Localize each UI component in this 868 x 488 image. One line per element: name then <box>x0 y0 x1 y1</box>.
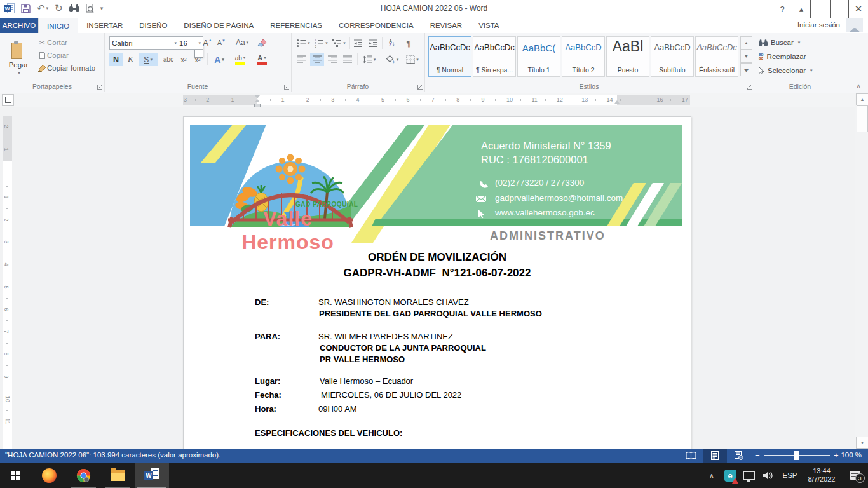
style-normal[interactable]: AaBbCcDc ¶ Normal <box>428 36 471 77</box>
align-center-button[interactable] <box>310 53 324 66</box>
clipboard-dialog-launcher[interactable] <box>97 85 102 90</box>
find-button[interactable] <box>69 2 79 15</box>
align-left-button[interactable] <box>295 53 309 66</box>
style-titulo-1[interactable]: AaBbC( Título 1 <box>517 36 560 77</box>
scroll-down-button[interactable]: ▼ <box>856 437 868 449</box>
tray-expand-button[interactable]: ∧ <box>703 463 721 488</box>
web-layout-button[interactable] <box>727 449 751 463</box>
tab-diseno[interactable]: DISEÑO <box>131 18 175 33</box>
replace-button[interactable]: abac Reemplazar <box>759 51 806 62</box>
taskbar-word[interactable]: W <box>135 463 169 488</box>
numbering-button[interactable]: 123 ▾ <box>313 37 330 50</box>
line-spacing-button[interactable]: ▾ <box>360 53 379 66</box>
scroll-up-button[interactable]: ▲ <box>856 93 868 105</box>
scrollbar-thumb[interactable] <box>857 105 868 132</box>
font-name-combo[interactable]: Calibri▾ <box>109 36 179 50</box>
read-mode-button[interactable] <box>679 449 703 463</box>
tab-diseno-pagina[interactable]: DISEÑO DE PÁGINA <box>175 18 262 33</box>
tab-vista[interactable]: VISTA <box>470 18 507 33</box>
undo-button[interactable]: ↶▾ <box>37 2 48 15</box>
action-center-button[interactable]: 3 <box>841 463 868 488</box>
print-layout-button[interactable] <box>703 449 727 463</box>
horizontal-ruler[interactable]: 32112345678910111213141617 <box>183 95 690 105</box>
tab-referencias[interactable]: REFERENCIAS <box>262 18 330 33</box>
copy-button[interactable]: Copiar <box>37 50 69 61</box>
shading-button[interactable]: ▾ <box>383 53 402 66</box>
customize-qat-button[interactable]: ▾ <box>100 2 104 15</box>
styles-scroll-down[interactable]: ▼ <box>740 50 752 63</box>
close-button[interactable]: ✕ <box>849 0 868 18</box>
help-button[interactable]: ? <box>773 0 792 18</box>
multilevel-list-button[interactable]: ▾ <box>330 37 348 50</box>
tab-stop-selector[interactable] <box>2 94 14 106</box>
style-titulo-2[interactable]: AaBbCcD Título 2 <box>562 36 605 77</box>
underline-dropdown-icon[interactable]: ▾ <box>150 57 153 62</box>
zoom-level[interactable]: 100 % <box>841 451 862 459</box>
zoom-out-button[interactable]: − <box>755 451 760 460</box>
tray-language[interactable]: ESP <box>778 463 802 488</box>
save-button[interactable] <box>21 2 31 15</box>
tab-insertar[interactable]: INSERTAR <box>78 18 131 33</box>
zoom-in-button[interactable]: + <box>834 451 839 460</box>
find-menu-button[interactable]: Buscar▾ <box>759 37 800 48</box>
styles-dialog-launcher[interactable] <box>747 85 752 90</box>
subscript-button[interactable]: x2 <box>177 53 191 66</box>
format-painter-button[interactable]: Copiar formato <box>37 62 95 74</box>
borders-button[interactable]: ▾ <box>403 53 422 66</box>
print-preview-button[interactable] <box>86 2 94 15</box>
vertical-scrollbar[interactable]: ▲ ▼ <box>855 93 868 449</box>
decrease-indent-button[interactable] <box>351 37 365 50</box>
increase-indent-button[interactable] <box>366 37 380 50</box>
redo-button[interactable]: ↻ <box>55 2 63 15</box>
style-puesto[interactable]: AaBl Puesto <box>606 36 649 77</box>
zoom-slider[interactable] <box>764 455 830 456</box>
start-button[interactable] <box>0 463 31 488</box>
zoom-slider-thumb[interactable] <box>794 451 799 460</box>
style-enfasis-sutil[interactable]: AaBbCcDc Énfasis sutil <box>695 36 738 77</box>
strikethrough-button[interactable]: abc <box>160 53 177 66</box>
bullets-button[interactable]: ▾ <box>295 37 312 50</box>
tray-eset[interactable]: e <box>721 463 740 488</box>
shrink-font-button[interactable]: A▼ <box>215 36 228 49</box>
document-page[interactable]: Acuerdo Ministerial N° 1359 RUC : 176812… <box>183 116 691 449</box>
undo-dropdown-icon[interactable]: ▾ <box>46 6 49 11</box>
paste-button[interactable]: Pegar ▾ <box>4 36 33 81</box>
change-case-button[interactable]: Aa▾ <box>233 36 251 49</box>
superscript-button[interactable]: x2 <box>191 53 205 66</box>
vertical-ruler[interactable]: 211234567891011 <box>3 116 12 449</box>
tray-clock[interactable]: 13:448/7/2022 <box>802 463 841 488</box>
select-menu-button[interactable]: Seleccionar▾ <box>759 65 813 76</box>
hanging-indent-marker[interactable] <box>255 99 260 102</box>
first-line-indent-marker[interactable] <box>255 95 260 98</box>
paragraph-dialog-launcher[interactable] <box>417 85 423 90</box>
italic-button[interactable]: K <box>124 53 137 66</box>
tab-inicio[interactable]: INICIO <box>38 18 78 33</box>
align-right-button[interactable] <box>325 53 339 66</box>
clear-formatting-button[interactable] <box>254 36 269 49</box>
styles-scroll-up[interactable]: ▲ <box>740 36 752 50</box>
bold-button[interactable]: N <box>109 53 123 66</box>
text-effects-button[interactable]: A▾ <box>210 53 229 66</box>
justify-button[interactable] <box>341 53 355 66</box>
tab-revisar[interactable]: REVISAR <box>422 18 471 33</box>
taskbar-firefox[interactable] <box>32 463 66 488</box>
styles-gallery-expand[interactable]: ▬▼ <box>740 63 752 76</box>
highlight-color-button[interactable]: ab▾ <box>230 53 250 66</box>
style-sin-espaciado[interactable]: AaBbCcDc ¶ Sin espa... <box>473 36 516 77</box>
style-subtitulo[interactable]: AaBbCcD Subtítulo <box>651 36 694 77</box>
grow-font-button[interactable]: A▲ <box>201 36 214 49</box>
tray-volume[interactable] <box>759 463 778 488</box>
tray-network[interactable] <box>740 463 759 488</box>
tab-correspondencia[interactable]: CORRESPONDENCIA <box>330 18 422 33</box>
right-indent-marker[interactable] <box>614 100 620 104</box>
taskbar-chrome[interactable] <box>66 463 100 488</box>
minimize-button[interactable]: — <box>811 0 830 18</box>
font-dialog-launcher[interactable] <box>284 85 289 90</box>
taskbar-explorer[interactable] <box>100 463 135 488</box>
underline-button[interactable]: S▾ <box>139 53 158 66</box>
status-info[interactable]: "HOJA CAMION 2022 06": 103.994 caractere… <box>5 451 220 459</box>
user-avatar[interactable] <box>846 18 863 32</box>
font-color-button[interactable]: A▾ <box>252 53 272 66</box>
tab-archivo[interactable]: ARCHIVO <box>0 18 38 33</box>
collapse-ribbon-button[interactable]: ∧ <box>853 81 864 90</box>
